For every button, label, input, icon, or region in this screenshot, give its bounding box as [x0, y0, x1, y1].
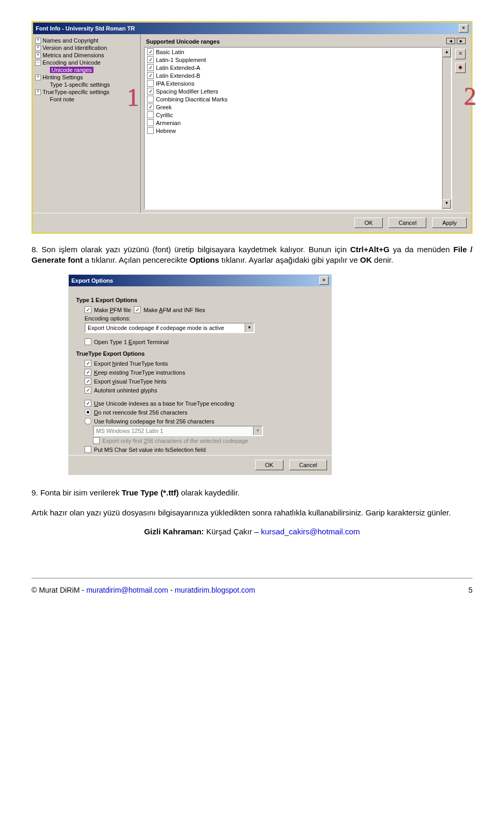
- range-checkbox[interactable]: [147, 48, 154, 55]
- tree-item[interactable]: Font note: [34, 96, 139, 103]
- range-checkbox[interactable]: [147, 127, 154, 134]
- titlebar[interactable]: Export Options ×: [69, 275, 331, 286]
- tt2-checkbox[interactable]: [85, 369, 91, 376]
- range-label: Cyrillic: [156, 112, 173, 118]
- paragraph-10: Artık hazır olan yazı yüzü dosyasını bil…: [32, 508, 472, 518]
- close-icon[interactable]: ×: [319, 276, 329, 285]
- range-label: Spacing Modifier Letters: [156, 88, 218, 95]
- tt4-checkbox[interactable]: [85, 387, 91, 394]
- paragraph-8: 8. Son işlem olarak yazı yüzünü (font) ü…: [32, 244, 472, 265]
- range-checkbox[interactable]: [147, 56, 154, 63]
- list-item[interactable]: Armenian: [145, 119, 441, 127]
- tree-item[interactable]: −Encoding and Unicode: [34, 59, 139, 66]
- list-item[interactable]: IPA Extensions: [145, 79, 441, 87]
- plus-icon[interactable]: +: [35, 89, 41, 95]
- list-item[interactable]: Cyrillic: [145, 111, 441, 119]
- list-item[interactable]: Latin Extended-B: [145, 71, 441, 79]
- prev-icon[interactable]: ◄: [446, 38, 455, 44]
- export-options-window: Export Options × Type 1 Export Options M…: [68, 274, 332, 475]
- list-item[interactable]: Latin-1 Supplement: [145, 56, 441, 64]
- list-item[interactable]: Hebrew: [145, 127, 441, 135]
- ranges-listbox[interactable]: Basic LatinLatin-1 SupplementLatin Exten…: [144, 47, 442, 210]
- range-label: IPA Extensions: [156, 80, 194, 87]
- plus-icon[interactable]: +: [35, 45, 41, 51]
- minus-icon[interactable]: −: [35, 60, 41, 66]
- tree-item[interactable]: +Version and Identification: [34, 44, 139, 51]
- refresh-icon[interactable]: ◆: [455, 63, 466, 73]
- dropdown-icon: ▼: [253, 427, 262, 435]
- tree-item[interactable]: +TrueType-specific settings: [34, 88, 139, 96]
- range-checkbox[interactable]: [147, 88, 154, 95]
- list-item[interactable]: Spacing Modifier Letters: [145, 87, 441, 95]
- terminal-label: Open Type 1 Export Terminal: [94, 339, 169, 345]
- pfm-checkbox[interactable]: [85, 306, 91, 313]
- dropdown-icon[interactable]: ▼: [245, 324, 254, 332]
- plus-icon[interactable]: +: [35, 75, 41, 80]
- apply-button[interactable]: Apply: [432, 218, 467, 228]
- tree-item[interactable]: +Names and Copyright: [34, 37, 139, 44]
- footer-mail[interactable]: muratdirim@hotmail.com: [86, 586, 168, 594]
- tree-label: Encoding and Unicode: [43, 59, 101, 66]
- fontinfo-window: Font Info - University Std Roman TR × +N…: [32, 21, 472, 234]
- encoding-combo[interactable]: ▼: [85, 323, 255, 333]
- fsselection-checkbox[interactable]: [85, 446, 91, 453]
- tree-item[interactable]: Unicode ranges: [34, 66, 139, 74]
- afm-label: Make AFM and INF files: [143, 307, 205, 313]
- group-type1: Type 1 Export Options: [76, 297, 324, 303]
- tree-label: Hinting Settings: [43, 74, 83, 80]
- scroll-down-icon[interactable]: ▼: [443, 199, 451, 209]
- list-item[interactable]: Basic Latin: [145, 48, 441, 56]
- range-label: Armenian: [156, 120, 181, 126]
- range-label: Latin Extended-B: [156, 73, 200, 79]
- tt3-checkbox[interactable]: [85, 378, 91, 385]
- list-item[interactable]: Combining Diacritical Marks: [145, 95, 441, 103]
- cancel-button[interactable]: Cancel: [289, 460, 327, 470]
- tt1-checkbox[interactable]: [85, 360, 91, 367]
- cancel-button[interactable]: Cancel: [388, 218, 426, 228]
- terminal-checkbox[interactable]: [85, 338, 91, 345]
- range-label: Combining Diacritical Marks: [156, 96, 227, 102]
- scroll-up-icon[interactable]: ▲: [443, 48, 451, 57]
- radio-usecodepage[interactable]: [85, 418, 91, 425]
- codepage-combo: ▼: [93, 426, 263, 436]
- titlebar[interactable]: Font Info - University Std Roman TR ×: [33, 23, 471, 34]
- range-checkbox[interactable]: [147, 80, 154, 87]
- range-checkbox[interactable]: [147, 72, 154, 79]
- tree-label: Metrics and Dimensions: [43, 52, 104, 58]
- list-item[interactable]: Greek: [145, 103, 441, 111]
- tree-panel: +Names and Copyright+Version and Identif…: [33, 34, 141, 213]
- tree-item[interactable]: Type 1-specific settings: [34, 81, 139, 88]
- footer-blog[interactable]: muratdirim.blogspot.com: [175, 586, 255, 594]
- next-icon[interactable]: ►: [457, 38, 466, 44]
- range-checkbox[interactable]: [147, 64, 154, 71]
- window-title: Font Info - University Std Roman TR: [36, 25, 135, 32]
- list-item[interactable]: Latin Extended-A: [145, 64, 441, 71]
- range-label: Basic Latin: [156, 49, 184, 55]
- close-icon[interactable]: ×: [459, 24, 468, 33]
- page-footer: © Murat DiRiM - muratdirim@hotmail.com -…: [32, 578, 472, 594]
- remove-icon[interactable]: ✕: [455, 49, 466, 59]
- range-checkbox[interactable]: [147, 96, 154, 102]
- scrollbar[interactable]: ▲ ▼: [442, 47, 452, 210]
- tree-item[interactable]: +Hinting Settings: [34, 74, 139, 81]
- tree-label: Names and Copyright: [43, 37, 98, 44]
- uni-checkbox[interactable]: [85, 400, 91, 407]
- section-heading: Supported Unicode ranges ◄ ►: [141, 34, 471, 47]
- plus-icon[interactable]: +: [35, 53, 41, 58]
- ok-button[interactable]: OK: [354, 218, 383, 228]
- range-checkbox[interactable]: [147, 104, 154, 110]
- gizli-kahraman: Gizli Kahraman: Kürşad Çakır – kursad_ca…: [32, 527, 472, 536]
- paragraph-9: 9. Fonta bir isim verilerek True Type (*…: [32, 488, 472, 498]
- tree-label: TrueType-specific settings: [43, 89, 109, 95]
- radio-noreencode[interactable]: [85, 409, 91, 416]
- ok-button[interactable]: OK: [255, 460, 284, 470]
- range-label: Greek: [156, 104, 172, 110]
- plus-icon[interactable]: +: [35, 38, 41, 44]
- range-label: Hebrew: [156, 128, 176, 134]
- tree-label: Unicode ranges: [50, 67, 93, 73]
- range-checkbox[interactable]: [147, 111, 154, 118]
- tree-item[interactable]: +Metrics and Dimensions: [34, 51, 139, 59]
- afm-checkbox[interactable]: [134, 306, 141, 313]
- range-checkbox[interactable]: [147, 119, 154, 126]
- button-row: OK Cancel Apply: [33, 213, 471, 232]
